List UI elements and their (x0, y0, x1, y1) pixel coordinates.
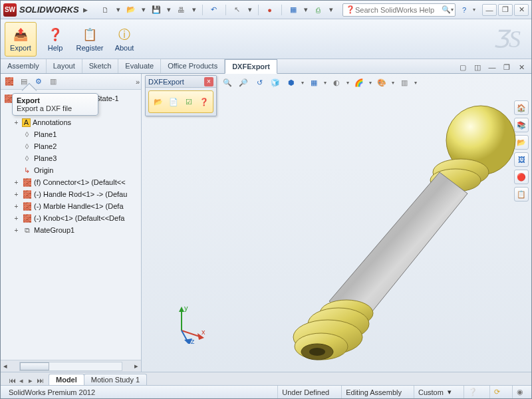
scroll-left-icon[interactable]: ◂ (1, 362, 10, 370)
part-icon: 🧱 (22, 178, 32, 188)
tree-item-annotations[interactable]: +AAnnotations (3, 116, 140, 128)
doc-close-button[interactable]: ✕ (515, 61, 527, 73)
doc-tab-motion[interactable]: Motion Study 1 (84, 374, 147, 385)
close-button[interactable]: ✕ (514, 4, 529, 16)
tree-item-marble-handle[interactable]: +🧱(-) Marble Handle<1> (Defa (3, 200, 140, 212)
tab-layout[interactable]: Layout (47, 59, 82, 73)
view-settings-icon[interactable]: ▥ (398, 76, 410, 88)
search-area: ❓ 🔍▾ ?▾ — ❐ ✕ (342, 3, 529, 17)
scroll-right-icon[interactable]: ▸ (132, 362, 141, 370)
tree-item-connector[interactable]: +🧱(f) Connector<1> (Default<< (3, 176, 140, 188)
help-icon[interactable]: ? (458, 4, 470, 16)
expand-icon[interactable]: + (13, 215, 20, 222)
expand-icon[interactable]: + (13, 191, 20, 198)
doc-tab-model[interactable]: Model (49, 374, 84, 385)
menu-dropdown-icon[interactable]: ▶ (83, 7, 88, 13)
save-icon[interactable]: 💾 (150, 4, 162, 16)
tree-item-plane2[interactable]: ◊Plane2 (3, 140, 140, 152)
select-dropdown-icon[interactable]: ▾ (247, 4, 253, 16)
options-dropdown-icon[interactable]: ▾ (303, 4, 309, 16)
viewport-split-icon[interactable]: ◫ (471, 61, 483, 73)
tree-item-knob[interactable]: +🧱(-) Knob<1> (Default<<Defa (3, 212, 140, 224)
section-view-icon[interactable]: 🧊 (269, 76, 281, 88)
zoom-area-icon[interactable]: 🔎 (237, 76, 249, 88)
dxf-options-icon[interactable]: 📄 (167, 95, 180, 108)
dxf-panel-title: DXFExport (148, 78, 184, 86)
search-input[interactable] (355, 6, 442, 14)
view-orientation-icon[interactable]: ⬢ (285, 76, 297, 88)
dxf-export-icon[interactable]: 📂 (152, 95, 164, 108)
dxf-panel-close-icon[interactable]: × (204, 77, 213, 86)
export-button[interactable]: 📤 Export (5, 22, 37, 57)
expand-icon[interactable]: + (13, 203, 20, 210)
dxf-export-panel[interactable]: DXFExport × 📂 📄 ☑ ❓ (145, 75, 217, 116)
hide-show-icon[interactable]: ◐ (331, 76, 342, 88)
undo-icon[interactable]: ↶ (208, 4, 220, 16)
options-icon[interactable]: ▦ (287, 4, 299, 16)
print-icon[interactable]: 🖶 (176, 4, 188, 16)
dxf-panel-titlebar[interactable]: DXFExport × (146, 76, 216, 88)
minimize-button[interactable]: — (482, 4, 497, 16)
tab-sketch[interactable]: Sketch (82, 59, 119, 73)
dim-tab-icon[interactable]: ▥ (47, 76, 59, 88)
dxf-help-icon[interactable]: ❓ (198, 95, 210, 108)
dxf-list-icon[interactable]: ☑ (182, 95, 195, 108)
expand-icon[interactable]: + (13, 119, 20, 126)
tree-hscrollbar[interactable]: ◂ ▸ (1, 360, 141, 372)
restore-button[interactable]: ❐ (498, 4, 513, 16)
scene-icon[interactable]: 🎨 (376, 76, 388, 88)
tree-item-mates[interactable]: +⧉MateGroup1 (3, 224, 140, 236)
scrollbar-thumb[interactable] (20, 362, 49, 370)
appearance-icon[interactable]: 🌈 (353, 76, 365, 88)
expand-icon[interactable]: + (13, 227, 20, 234)
print-dropdown-icon[interactable]: ▾ (192, 4, 197, 16)
search-magnify-icon[interactable]: 🔍 (442, 5, 451, 14)
tab-first-icon[interactable]: ⏮ (7, 376, 17, 385)
scrollbar-track[interactable] (19, 362, 122, 371)
viewport[interactable]: DXFExport × 📂 📄 ☑ ❓ 🔍 🔎 ↺ 🧊 ⬢▾ ▦▾ ◐▾ 🌈▾ … (142, 74, 531, 372)
new-file-icon[interactable]: 🗋 (100, 4, 112, 16)
tree-item-handle-rod[interactable]: +🧱(-) Handle Rod<1> -> (Defau (3, 188, 140, 200)
search-box[interactable]: ❓ 🔍▾ (342, 3, 456, 17)
status-macro-icon[interactable]: ◉ (512, 386, 527, 398)
doc-minimize-button[interactable]: — (486, 61, 498, 73)
zoom-fit-icon[interactable]: 🔍 (221, 76, 233, 88)
register-button[interactable]: 📋 Register (74, 22, 106, 57)
viewport-single-icon[interactable]: ▢ (457, 61, 469, 73)
status-rebuild-icon[interactable]: ⟳ (489, 386, 504, 398)
tab-dxfexport[interactable]: DXFExport (225, 59, 277, 74)
tree-label: (f) Connector<1> (Default<< (34, 178, 126, 186)
collapse-panel-icon[interactable]: » (136, 78, 138, 86)
select-icon[interactable]: ↖ (231, 4, 243, 16)
tab-evaluate[interactable]: Evaluate (118, 59, 161, 73)
save-dropdown-icon[interactable]: ▾ (166, 4, 172, 16)
screen-dropdown-icon[interactable]: ▾ (329, 4, 334, 16)
previous-view-icon[interactable]: ↺ (253, 76, 265, 88)
about-button[interactable]: ⓘ About (108, 22, 140, 57)
help-button[interactable]: ❓ Help (39, 22, 71, 57)
tab-last-icon[interactable]: ⏭ (35, 376, 45, 385)
config-tab-icon[interactable]: ⚙ (33, 76, 45, 88)
feature-tree-tab-icon[interactable]: 🧱 (3, 76, 15, 88)
tree-item-plane3[interactable]: ◊Plane3 (3, 152, 140, 164)
doc-restore-button[interactable]: ❐ (501, 61, 513, 73)
expand-icon[interactable]: + (13, 179, 20, 186)
tree-item-plane1[interactable]: ◊Plane1 (3, 128, 140, 140)
tree-item-origin[interactable]: ↳Origin (3, 164, 140, 176)
main-area: 🧱 ▤ ⚙ ▥ » 🧱 handle (Default<Display Stat… (1, 74, 531, 372)
rebuild-icon[interactable]: ● (264, 4, 276, 16)
open-file-icon[interactable]: 📂 (125, 4, 137, 16)
tab-prev-icon[interactable]: ◂ (17, 376, 26, 385)
status-help-icon[interactable]: ❔ (464, 386, 481, 398)
open-dropdown-icon[interactable]: ▾ (141, 4, 146, 16)
new-dropdown-icon[interactable]: ▾ (116, 4, 121, 16)
tab-next-icon[interactable]: ▸ (26, 376, 35, 385)
status-units[interactable]: Custom ▾ (414, 386, 456, 398)
tab-assembly[interactable]: Assembly (1, 59, 47, 73)
screen-capture-icon[interactable]: ⎙ (313, 4, 325, 16)
tree-label: Plane3 (34, 154, 57, 162)
tab-office-products[interactable]: Office Products (161, 59, 225, 73)
feature-tree[interactable]: 🧱 handle (Default<Display State-1 ◎Senso… (1, 90, 141, 360)
display-style-icon[interactable]: ▦ (308, 76, 320, 88)
view-triad[interactable]: y x z (168, 304, 208, 344)
